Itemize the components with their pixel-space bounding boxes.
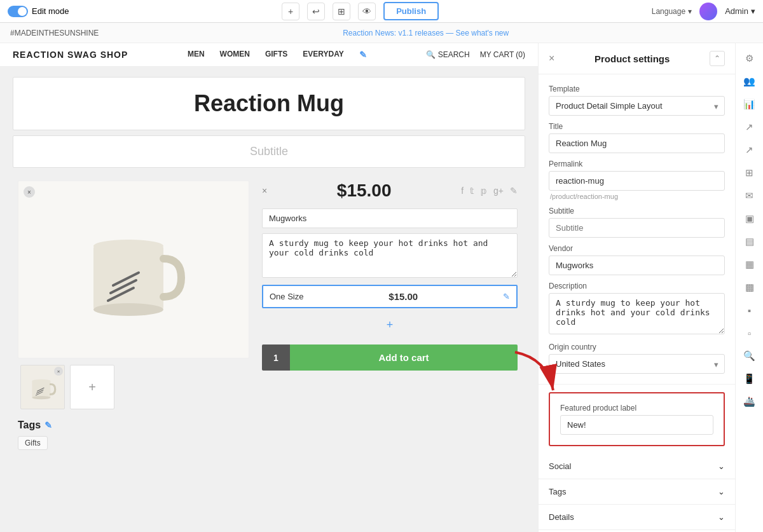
permalink-label: Permalink <box>549 160 725 168</box>
add-icon-btn[interactable]: + <box>282 3 299 20</box>
social-icons: f 𝕥 𝕡 g+ ✎ <box>461 186 518 196</box>
twitter-icon[interactable]: 𝕥 <box>470 186 474 196</box>
search-icon-btn[interactable]: 🔍 <box>739 346 760 366</box>
product-title: Reaction Mug <box>26 90 512 117</box>
vendor-settings-input[interactable] <box>549 256 725 275</box>
nav-edit-icon[interactable]: ✎ <box>359 50 367 60</box>
template-select[interactable]: Product Detail Simple Layout Product Det… <box>549 96 725 116</box>
notification-news[interactable]: Reaction News: v1.1 releases — See what'… <box>343 29 509 38</box>
product-price: $15.00 <box>337 181 392 201</box>
card-icon-btn[interactable]: ▤ <box>739 231 760 252</box>
permalink-hint: /product/reaction-mug <box>549 193 725 200</box>
chevron-down-icon: ▾ <box>751 6 755 16</box>
add-variant-btn[interactable]: + <box>262 313 518 337</box>
vendor-input[interactable] <box>262 208 518 228</box>
vendor-label: Vendor <box>549 244 725 253</box>
top-bar-right: Language ▾ Admin ▾ <box>652 3 755 20</box>
search-link[interactable]: 🔍 SEARCH <box>426 50 469 59</box>
book-icon-btn[interactable]: ▪ <box>739 300 760 320</box>
cart-link[interactable]: MY CART (0) <box>480 50 525 59</box>
nav-gifts[interactable]: GIFTS <box>265 50 287 60</box>
image-remove-btn[interactable]: × <box>24 186 35 198</box>
share-icon-btn[interactable]: ↗ <box>739 140 760 160</box>
thumbnail-1[interactable]: × <box>20 365 65 409</box>
social-section-header[interactable]: Social ⌄ <box>539 454 735 479</box>
featured-label-container: Featured product label <box>539 385 735 454</box>
publish-button[interactable]: Publish <box>383 2 439 20</box>
variant-row[interactable]: One Size $15.00 ✎ <box>262 285 518 308</box>
social-section-label: Social <box>549 461 571 471</box>
analytics-icon-btn[interactable]: 📊 <box>739 94 760 114</box>
product-subtitle-block[interactable]: Subtitle <box>13 135 525 168</box>
social-chevron-icon: ⌄ <box>718 461 725 471</box>
users-icon-btn[interactable]: 👥 <box>739 71 760 92</box>
store-nav-right: 🔍 SEARCH MY CART (0) <box>426 50 525 59</box>
thumbnail-add-btn[interactable]: + <box>70 365 114 409</box>
mail-icon-btn[interactable]: ✉ <box>739 186 760 206</box>
bank-icon-btn[interactable]: ▩ <box>739 277 760 297</box>
origin-select-wrap: United States Canada United Kingdom <box>549 354 725 374</box>
add-to-cart-button[interactable]: Add to cart <box>290 344 518 371</box>
description-textarea[interactable]: A sturdy mug to keep your hot drinks hot… <box>262 233 518 278</box>
nav-women[interactable]: WOMEN <box>220 50 250 60</box>
tags-section-header[interactable]: Tags ⌄ <box>539 479 735 504</box>
product-title-block: Reaction Mug <box>13 77 525 130</box>
permalink-input[interactable] <box>549 171 725 191</box>
social-section: Social ⌄ <box>539 454 735 479</box>
nav-men[interactable]: MEN <box>188 50 205 60</box>
description-settings-textarea[interactable]: A sturdy mug to keep your hot drinks hot… <box>549 293 725 334</box>
admin-dropdown[interactable]: Admin ▾ <box>725 6 755 16</box>
chevron-down-icon: ▾ <box>688 7 692 16</box>
settings-close-btn[interactable]: × <box>549 53 554 64</box>
language-dropdown[interactable]: Language ▾ <box>652 7 692 16</box>
edit-mode-toggle[interactable]: Edit mode <box>8 6 69 17</box>
grid-icon-btn[interactable]: ⊞ <box>739 163 760 183</box>
photo-icon-btn[interactable]: ▣ <box>739 208 760 229</box>
tags-section-label: Tags <box>549 487 566 496</box>
subtitle-input[interactable] <box>549 218 725 238</box>
template-label: Template <box>549 85 725 93</box>
featured-label-title: Featured product label <box>560 404 713 413</box>
settings-collapse-btn[interactable]: ⌃ <box>710 51 725 66</box>
details-section-label: Details <box>549 512 574 522</box>
pages-icon-btn[interactable]: ⊞ <box>333 3 350 20</box>
ship-icon-btn[interactable]: 🚢 <box>739 392 760 412</box>
toggle-switch[interactable] <box>8 6 28 17</box>
settings-icon-btn[interactable]: ⚙ <box>739 48 760 69</box>
chart2-icon-btn[interactable]: ▫ <box>739 323 760 343</box>
product-image-area: × <box>18 181 249 358</box>
quantity-display: 1 <box>262 344 290 371</box>
tag-gifts[interactable]: Gifts <box>18 436 48 450</box>
undo-icon-btn[interactable]: ↩ <box>307 3 325 20</box>
tags-edit-icon[interactable]: ✎ <box>45 420 52 430</box>
tags-chevron-icon: ⌄ <box>718 487 725 496</box>
google-plus-icon[interactable]: g+ <box>493 186 504 196</box>
mobile-icon-btn[interactable]: 📱 <box>739 369 760 389</box>
facebook-icon[interactable]: f <box>461 186 464 196</box>
variant-edit-icon[interactable]: ✎ <box>503 292 510 301</box>
thumbnail-remove-btn[interactable]: × <box>54 367 63 376</box>
preview-icon-btn[interactable]: 👁 <box>358 3 376 20</box>
archive-icon-btn[interactable]: ▦ <box>739 254 760 275</box>
share-edit-icon[interactable]: ✎ <box>510 186 518 196</box>
svg-point-2 <box>93 303 163 316</box>
title-input[interactable] <box>549 133 725 153</box>
details-chevron-icon: ⌄ <box>718 512 725 522</box>
details-section-header[interactable]: Details ⌄ <box>539 505 735 529</box>
price-close-btn[interactable]: × <box>262 186 267 196</box>
description-label: Description <box>549 282 725 290</box>
product-subtitle-placeholder: Subtitle <box>250 145 288 158</box>
store-nav: REACTION SWAG SHOP MEN WOMEN GIFTS EVERY… <box>0 43 538 67</box>
top-bar-left: Edit mode <box>8 6 69 17</box>
thumb-mug-image <box>27 371 58 403</box>
pinterest-icon[interactable]: 𝕡 <box>481 186 487 196</box>
variant-label: One Size <box>270 292 303 301</box>
import-icon-btn[interactable]: ↗ <box>739 117 760 137</box>
language-label: Language <box>652 7 685 16</box>
notification-bar: #MADEINTHESUNSHINE Reaction News: v1.1 r… <box>0 23 763 43</box>
origin-select[interactable]: United States Canada United Kingdom <box>549 354 725 374</box>
nav-everyday[interactable]: EVERYDAY <box>303 50 343 60</box>
right-icon-bar: ⚙ 👥 📊 ↗ ↗ ⊞ ✉ ▣ ▤ ▦ ▩ ▪ ▫ 🔍 📱 🚢 <box>735 43 763 532</box>
featured-label-input[interactable] <box>560 415 713 435</box>
product-image-col: × <box>13 175 254 455</box>
